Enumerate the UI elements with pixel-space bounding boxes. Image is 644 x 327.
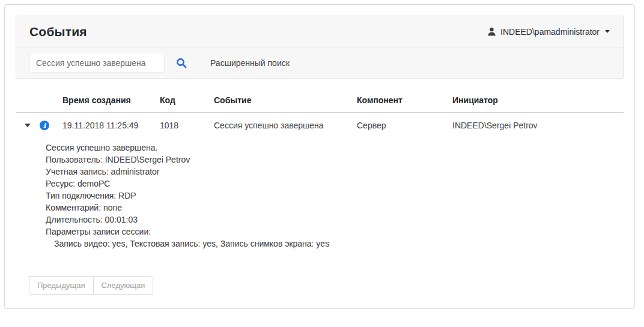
detail-line: Учетная запись: administrator: [46, 166, 624, 178]
header-code: Код: [160, 90, 214, 112]
event-details: Сессия успешно завершена. Пользователь: …: [16, 135, 624, 250]
cell-component: Сервер: [357, 113, 452, 135]
advanced-search-link[interactable]: Расширенный поиск: [210, 58, 290, 68]
search-band: Расширенный поиск: [16, 47, 623, 78]
detail-line: Тип подключения: RDP: [46, 190, 624, 202]
header-expander-col: [16, 95, 62, 107]
detail-line: Параметры записи сессии:: [46, 226, 624, 238]
search-button[interactable]: [169, 53, 193, 73]
detail-line: Комментарий: none: [46, 202, 624, 214]
detail-line: Сессия успешно завершена.: [46, 142, 624, 154]
person-icon: [487, 27, 496, 36]
cell-initiator: INDEED\Sergei Petrov: [452, 113, 624, 135]
search-icon: [176, 58, 187, 68]
info-icon[interactable]: i: [40, 121, 49, 130]
row-controls: i: [16, 113, 62, 135]
cell-time: 19.11.2018 11:25:49: [62, 113, 160, 135]
header-panel: События INDEED\pamadministrator: [16, 16, 624, 79]
header-initiator: Инициатор: [452, 90, 624, 112]
cell-code: 1018: [160, 113, 214, 135]
detail-line: Длительность: 00:01:03: [46, 214, 624, 226]
search-input[interactable]: [29, 53, 165, 73]
detail-line: Ресурс: demoPC: [46, 178, 624, 190]
pagination: Предыдущая Следующая: [29, 276, 624, 295]
events-table: Время создания Код Событие Компонент Ини…: [16, 90, 624, 250]
previous-page-button[interactable]: Предыдущая: [29, 276, 94, 295]
header-component: Компонент: [357, 90, 452, 112]
expand-caret-icon[interactable]: [25, 124, 31, 127]
title-band: События INDEED\pamadministrator: [16, 16, 623, 47]
user-menu-label: INDEED\pamadministrator: [500, 27, 600, 37]
header-event: Событие: [214, 90, 357, 112]
header-time: Время создания: [62, 90, 160, 112]
events-card: События INDEED\pamadministrator: [4, 4, 635, 309]
table-row: i 19.11.2018 11:25:49 1018 Сессия успешн…: [16, 113, 624, 135]
page-title: События: [29, 25, 87, 39]
user-menu[interactable]: INDEED\pamadministrator: [487, 27, 610, 37]
cell-event: Сессия успешно завершена: [214, 113, 357, 135]
detail-line: Пользователь: INDEED\Sergei Petrov: [46, 154, 624, 166]
chevron-down-icon: [605, 30, 610, 33]
table-header-row: Время создания Код Событие Компонент Ини…: [16, 90, 624, 113]
detail-line: Запись видео: yes, Текстовая запись: yes…: [54, 238, 624, 250]
next-page-button[interactable]: Следующая: [93, 276, 154, 295]
